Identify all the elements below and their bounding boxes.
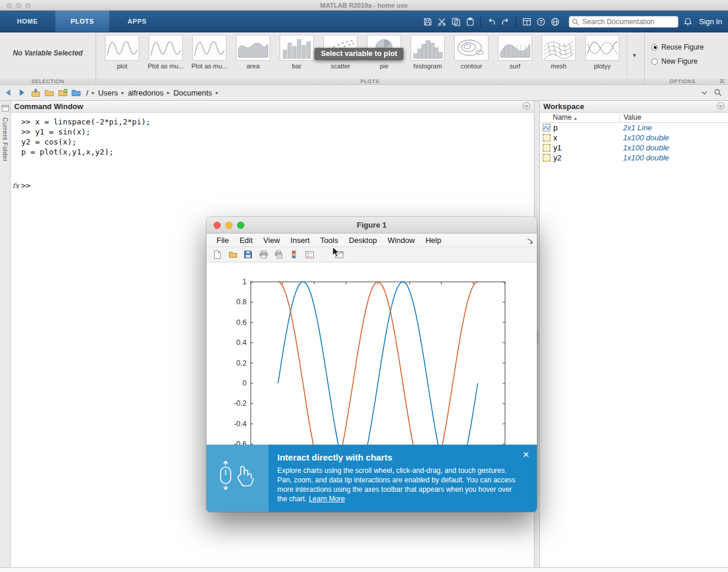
window-controls[interactable]: [6, 3, 31, 8]
search-input[interactable]: [569, 16, 678, 28]
browse-folder-icon[interactable]: [44, 87, 54, 98]
radio-new-figure[interactable]: New Figure: [651, 55, 728, 68]
area-chart-icon[interactable]: [236, 35, 270, 61]
new-folder-icon[interactable]: [57, 87, 68, 98]
plot-type-8-contour[interactable]: contour: [450, 35, 493, 70]
window-titlebar[interactable]: MATLAB R2019a - home use: [0, 0, 728, 11]
save-icon[interactable]: [422, 17, 432, 27]
paste-icon[interactable]: [465, 17, 475, 27]
menu-view[interactable]: View: [258, 234, 285, 247]
figure-window-controls[interactable]: [214, 222, 244, 229]
plot-type-9-surf[interactable]: surf: [493, 35, 537, 70]
plot-type-2-line[interactable]: Plot as mu...: [188, 35, 231, 70]
new-figure-icon[interactable]: [212, 249, 222, 259]
bar-chart-icon[interactable]: [280, 35, 314, 61]
plot-type-4-bar[interactable]: bar: [275, 35, 319, 70]
tab-home[interactable]: HOME: [0, 11, 55, 32]
learn-more-link[interactable]: Learn More: [309, 495, 345, 503]
mesh-chart-icon[interactable]: [542, 35, 576, 61]
current-folder-collapsed-panel[interactable]: Current Folder: [0, 101, 11, 567]
panel-menu-icon[interactable]: [523, 101, 530, 112]
workspace-row-y1[interactable]: y11x100 double: [540, 143, 728, 153]
redo-icon[interactable]: [500, 17, 510, 27]
plot-type-10-mesh[interactable]: mesh: [537, 35, 581, 70]
panel-menu-icon[interactable]: [717, 101, 724, 112]
plot-type-0-line[interactable]: plot: [100, 35, 144, 70]
up-folder-icon[interactable]: [30, 87, 41, 98]
menu-edit[interactable]: Edit: [234, 234, 258, 247]
minimize-icon[interactable]: [16, 3, 21, 8]
line-chart-icon[interactable]: [192, 35, 227, 61]
plot-type-3-area[interactable]: area: [231, 35, 275, 70]
plot-type-11-plotyy[interactable]: plotyy: [581, 35, 624, 70]
menu-tools[interactable]: Tools: [315, 234, 343, 247]
back-icon[interactable]: [3, 87, 14, 98]
dock-figure-icon[interactable]: [526, 236, 533, 247]
variable-value: 1x100 double: [619, 153, 669, 162]
tab-apps[interactable]: APPS: [110, 11, 165, 32]
help-icon[interactable]: ?: [536, 17, 546, 27]
breadcrumb-separator-icon[interactable]: ▸: [92, 90, 95, 96]
sign-in-button[interactable]: Sign In: [699, 18, 722, 26]
workspace-row-y2[interactable]: y21x100 double: [540, 153, 728, 163]
breadcrumb-separator-icon[interactable]: ▸: [216, 90, 219, 96]
print-icon[interactable]: [258, 249, 268, 259]
close-icon[interactable]: [6, 3, 12, 8]
bell-icon[interactable]: [683, 17, 693, 27]
menu-desktop[interactable]: Desktop: [343, 234, 382, 247]
tab-plots[interactable]: PLOTS: [55, 11, 110, 32]
breadcrumb-separator-icon[interactable]: ▸: [122, 90, 124, 96]
insert-colorbar-icon[interactable]: [289, 249, 299, 259]
undo-icon[interactable]: [486, 17, 496, 27]
forward-icon[interactable]: [17, 87, 27, 98]
plot-type-label: mesh: [537, 63, 581, 70]
menu-help[interactable]: Help: [420, 234, 447, 247]
breadcrumb-users[interactable]: Users: [98, 88, 118, 97]
gallery-expand-button[interactable]: ▼: [627, 34, 642, 77]
copy-icon[interactable]: [451, 17, 461, 27]
contour-chart-icon[interactable]: [454, 35, 488, 61]
figure-titlebar[interactable]: Figure 1: [206, 217, 537, 234]
svg-text:1: 1: [242, 278, 247, 286]
save-figure-icon[interactable]: [243, 249, 253, 259]
radio-button-icon[interactable]: [651, 58, 658, 65]
breadcrumb-separator-icon[interactable]: ▸: [167, 90, 170, 96]
surf-chart-icon[interactable]: [498, 35, 532, 61]
menu-file[interactable]: File: [211, 234, 234, 247]
close-icon[interactable]: [214, 222, 221, 229]
cut-icon[interactable]: [437, 17, 447, 27]
open-file-icon[interactable]: [228, 249, 238, 259]
workspace-row-p[interactable]: p2x1 Line: [540, 123, 728, 133]
line-chart-icon[interactable]: [149, 35, 183, 61]
insert-legend-icon[interactable]: [304, 249, 314, 259]
command-prompt-row[interactable]: fx>>: [21, 180, 534, 190]
dropdown-icon[interactable]: [699, 87, 710, 98]
column-value[interactable]: Value: [619, 113, 728, 121]
plot-type-1-line[interactable]: Plot as mu...: [144, 35, 188, 70]
close-icon[interactable]: ×: [523, 449, 529, 460]
command-window-content[interactable]: >> x = linspace(-2*pi,2*pi);>> y1 = sin(…: [11, 113, 534, 190]
community-icon[interactable]: [550, 17, 560, 27]
radio-button-icon[interactable]: [651, 44, 658, 51]
plotyy-chart-icon[interactable]: [585, 35, 619, 61]
radio-reuse-figure[interactable]: Reuse Figure: [651, 41, 728, 54]
histogram-chart-icon[interactable]: [411, 35, 445, 61]
layout-icon[interactable]: [522, 17, 532, 27]
zoom-icon[interactable]: [25, 3, 31, 8]
workspace-row-x[interactable]: x1x100 double: [540, 133, 728, 143]
plot-type-7-histogram[interactable]: histogram: [406, 35, 450, 70]
breadcrumb-documents[interactable]: Documents: [173, 88, 212, 97]
breadcrumb-root[interactable]: /: [86, 88, 88, 97]
menu-insert[interactable]: Insert: [285, 234, 315, 247]
workspace-column-header[interactable]: Name▲ Value: [540, 113, 728, 123]
menu-window[interactable]: Window: [382, 234, 420, 247]
zoom-icon[interactable]: [237, 222, 244, 229]
print-preview-icon[interactable]: [274, 249, 284, 259]
line-chart-icon[interactable]: [105, 35, 139, 61]
search-folder-icon[interactable]: [713, 87, 723, 98]
fx-function-hint-icon[interactable]: fx: [12, 181, 19, 191]
plots-ribbon: No Variable Selected plotPlot as mu...Pl…: [0, 32, 728, 78]
figure-canvas[interactable]: 10.80.60.40.20-0.2-0.4-0.6-0.8-1 Interac…: [206, 262, 537, 512]
minimize-icon[interactable]: [225, 222, 232, 229]
breadcrumb-alfredorios[interactable]: alfredorios: [128, 88, 164, 97]
